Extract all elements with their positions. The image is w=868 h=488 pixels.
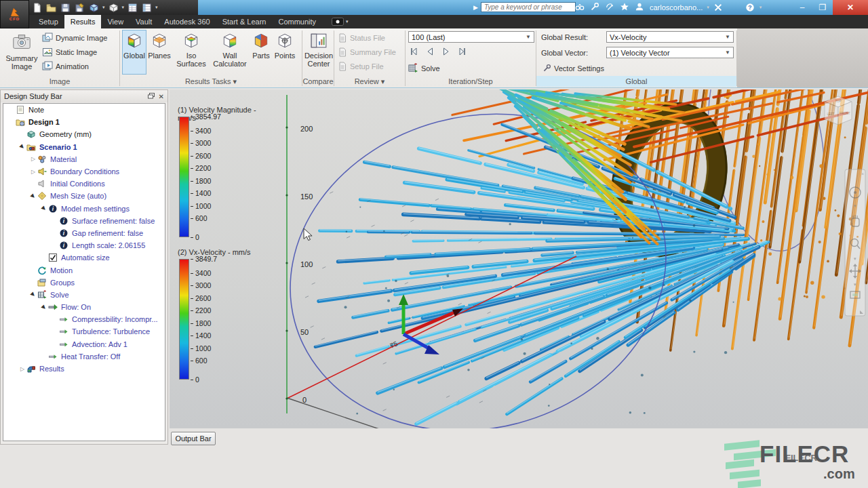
flow-sub-icon: [59, 327, 69, 336]
review-setup-file[interactable]: Setup File: [338, 60, 384, 73]
tab-community[interactable]: Community: [272, 15, 322, 28]
review-panel-label[interactable]: Review ▾: [334, 76, 405, 87]
compare-decision-center[interactable]: Decision Center: [304, 30, 334, 75]
global-vector-dropdown[interactable]: (1) Velocity Vector▼: [606, 47, 734, 58]
star-button[interactable]: [620, 2, 631, 13]
tree-item-turbulence-turbulence[interactable]: Turbulence: Turbulence: [3, 325, 165, 338]
tree-item-model-mesh-settings[interactable]: ▶iModel mesh settings: [3, 203, 165, 215]
summary-image-button[interactable]: Summary Image: [4, 30, 39, 75]
tree-item-boundary-conditions[interactable]: ▷Boundary Conditions: [3, 165, 165, 178]
step-next-button[interactable]: [441, 46, 452, 58]
close-panel-icon[interactable]: ✕: [159, 93, 164, 100]
username-label[interactable]: carloscorbano...: [650, 3, 703, 12]
image-item-0[interactable]: Dynamic Image: [42, 32, 107, 44]
minimize-button[interactable]: –: [792, 0, 812, 15]
results-task-parts[interactable]: Parts: [250, 30, 272, 75]
table-2-button[interactable]: [141, 2, 153, 14]
search-input[interactable]: [481, 2, 576, 12]
navigation-bar[interactable]: ×▾▾▾: [845, 169, 865, 316]
viewport-3d[interactable]: 20015010050075TOPLEFTFRONT×▾▾▾ (1) Veloc…: [170, 89, 868, 428]
tree-item-heat-transfer-off[interactable]: Heat Transfer: Off: [3, 350, 165, 363]
binoculars-button[interactable]: [575, 2, 586, 13]
tree-item-groups[interactable]: Groups: [3, 277, 165, 289]
tab-setup[interactable]: Setup: [33, 15, 64, 28]
tree-item-initial-conditions[interactable]: Initial Conditions: [3, 178, 165, 190]
tree-item-geometry-mm[interactable]: Geometry (mm): [3, 128, 165, 140]
dropdown-caret[interactable]: ▾: [102, 5, 105, 10]
tree-expander-icon[interactable]: ▷: [29, 156, 37, 162]
save-as-button[interactable]: [74, 2, 85, 14]
save-button[interactable]: [60, 2, 71, 14]
tree-item-motion[interactable]: Motion: [3, 264, 165, 276]
viewcube-face-left[interactable]: LEFT: [827, 113, 834, 116]
tree-item-surface-refinement-false[interactable]: iSurface refinement: false: [3, 215, 165, 227]
results-task-iso-surfaces[interactable]: Iso Surfaces: [172, 30, 210, 75]
review-status-file[interactable]: Status File: [338, 32, 385, 44]
viewcube[interactable]: TOPLEFTFRONT: [825, 96, 852, 125]
restore-button[interactable]: ❐: [812, 0, 833, 15]
scene-canvas[interactable]: 20015010050075TOPLEFTFRONT×▾▾▾: [170, 89, 868, 428]
iteration-dropdown[interactable]: 100 (Last)▼: [408, 31, 534, 43]
dropdown-caret[interactable]: ▾: [122, 5, 125, 10]
qat-overflow-caret[interactable]: ▾: [155, 5, 158, 10]
solve-button[interactable]: Solve: [408, 62, 440, 75]
user-button[interactable]: [635, 2, 646, 13]
review-summary-file[interactable]: Summary File: [338, 46, 396, 58]
tree-item-mesh-size-auto[interactable]: ▶Mesh Size (auto): [3, 190, 165, 202]
tree-item-label: Model mesh settings: [61, 205, 130, 213]
help-button[interactable]: ?: [745, 3, 755, 13]
tree-item-advection-adv-1[interactable]: Advection: Adv 1: [3, 338, 165, 350]
step-prev-button[interactable]: [425, 46, 436, 58]
tab-start-learn[interactable]: Start & Learn: [216, 15, 273, 28]
help-caret[interactable]: ▾: [760, 5, 762, 10]
results-task-wall-calculator[interactable]: Wall Calculator: [211, 30, 249, 75]
tree-item-scenario-1[interactable]: ▶Scenario 1: [3, 141, 165, 153]
image-item-2[interactable]: Animation: [42, 60, 89, 73]
tree-expander-icon[interactable]: ▷: [29, 169, 37, 175]
tree-expander-icon[interactable]: ▷: [18, 366, 26, 372]
tree-item-results[interactable]: ▷Results: [3, 363, 165, 375]
viewcube-face-top[interactable]: TOP: [835, 100, 841, 103]
screencast-button[interactable]: ▾: [332, 15, 349, 28]
open-file-button[interactable]: [45, 2, 57, 14]
tree-item-automatic-size[interactable]: Automatic size: [3, 251, 165, 264]
tab-view[interactable]: View: [101, 15, 130, 28]
search-go-icon[interactable]: ▶: [473, 4, 478, 11]
float-panel-icon[interactable]: [148, 93, 155, 100]
tree-item-note[interactable]: Note: [3, 104, 165, 116]
flow-sub-icon: [48, 352, 58, 361]
results-task-global[interactable]: Global: [122, 30, 146, 75]
tree-item-design-1[interactable]: Design 1: [3, 116, 165, 128]
step-first-button[interactable]: [408, 46, 420, 58]
vector-settings-button[interactable]: Vector Settings: [542, 62, 604, 75]
tree-item-compressbility-incompr[interactable]: Compressbility: Incompr...: [3, 313, 165, 325]
svg-text:▾: ▾: [854, 282, 856, 287]
tab-autodesk-360[interactable]: Autodesk 360: [158, 15, 216, 28]
results-tasks-panel-label[interactable]: Results Tasks ▾: [121, 76, 301, 87]
step-last-button[interactable]: [457, 46, 469, 58]
motion-icon: [37, 266, 47, 275]
new-file-button[interactable]: [31, 2, 43, 14]
table-1-button[interactable]: [127, 2, 138, 14]
image-item-1[interactable]: Static Image: [42, 46, 97, 58]
cfd-app-button[interactable]: CFD: [0, 0, 29, 28]
results-task-planes[interactable]: Planes: [148, 30, 171, 75]
username-caret[interactable]: ▾: [707, 5, 709, 10]
results-task-points[interactable]: Points: [273, 30, 297, 75]
viewcube-face-front[interactable]: FRONT: [840, 112, 850, 115]
close-button[interactable]: ✕: [833, 0, 868, 15]
wrench-button[interactable]: [590, 2, 601, 13]
tab-vault[interactable]: Vault: [130, 15, 158, 28]
output-bar-button[interactable]: Output Bar: [171, 432, 216, 445]
tree-item-gap-refinement-false[interactable]: iGap refinement: false: [3, 227, 165, 239]
exchange-button[interactable]: [713, 3, 724, 13]
global-result-dropdown[interactable]: Vx-Velocity▼: [606, 31, 734, 43]
tree-item-solve[interactable]: ▶Solve: [3, 289, 165, 301]
tree-item-flow-on[interactable]: ▶Flow: On: [3, 301, 165, 313]
cube-blue-button[interactable]: [88, 2, 100, 14]
cube-white-button[interactable]: [108, 2, 119, 14]
satellite-button[interactable]: [605, 2, 616, 13]
tab-results[interactable]: Results: [64, 15, 102, 28]
tree-item-material[interactable]: ▷Material: [3, 153, 165, 165]
tree-item-length-scale-2-06155[interactable]: iLength scale: 2.06155: [3, 239, 165, 251]
